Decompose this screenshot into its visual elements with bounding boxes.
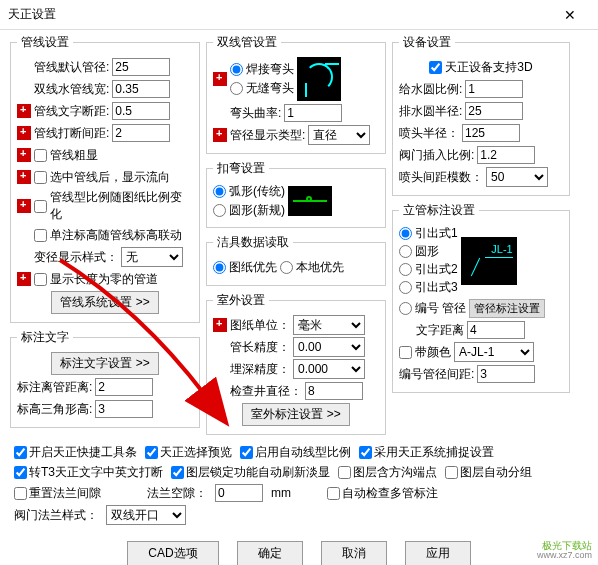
zero-len-checkbox[interactable] bbox=[34, 273, 47, 286]
well-dia-label: 检查井直径： bbox=[230, 383, 302, 400]
plus-icon[interactable] bbox=[17, 104, 31, 118]
text-break-input[interactable] bbox=[112, 102, 170, 120]
label-text-button[interactable]: 标注文字设置 >> bbox=[51, 352, 158, 375]
default-dia-input[interactable] bbox=[112, 58, 170, 76]
unit-select[interactable]: 毫米 bbox=[293, 315, 365, 335]
layer-autogrp-label: 图层自动分组 bbox=[460, 464, 532, 481]
water-ratio-input[interactable] bbox=[465, 80, 523, 98]
auto-check-checkbox[interactable] bbox=[327, 487, 340, 500]
spray-mod-select[interactable]: 50 bbox=[486, 167, 548, 187]
tri-h-label: 标高三角形高: bbox=[17, 401, 92, 418]
group-title: 洁具数据读取 bbox=[213, 234, 293, 251]
group-title: 室外设置 bbox=[213, 292, 269, 309]
arc-radio[interactable] bbox=[213, 185, 226, 198]
well-dia-input[interactable] bbox=[305, 382, 363, 400]
plus-icon[interactable] bbox=[213, 318, 227, 332]
auto-linescale-checkbox[interactable] bbox=[240, 446, 253, 459]
text-dist-input[interactable] bbox=[467, 321, 525, 339]
dbl-water-input[interactable] bbox=[112, 80, 170, 98]
mm-label: mm bbox=[271, 486, 291, 500]
num-dia-gap-label: 编号管径间距: bbox=[399, 366, 474, 383]
dia-disp-select[interactable]: 直径 bbox=[308, 125, 370, 145]
layer-lock-label: 图层锁定功能自动刷新淡显 bbox=[186, 464, 330, 481]
plus-icon[interactable] bbox=[17, 148, 31, 162]
local-first-label: 本地优先 bbox=[296, 259, 344, 276]
seamless-radio[interactable] bbox=[230, 82, 243, 95]
reset-flange-checkbox[interactable] bbox=[14, 487, 27, 500]
group-title: 设备设置 bbox=[399, 34, 455, 51]
layer-lock-checkbox[interactable] bbox=[171, 466, 184, 479]
curve-input[interactable] bbox=[284, 104, 342, 122]
lead2-radio[interactable] bbox=[399, 263, 412, 276]
plus-icon[interactable] bbox=[213, 128, 227, 142]
single-link-checkbox[interactable] bbox=[34, 229, 47, 242]
dia-label-button[interactable]: 管径标注设置 bbox=[469, 299, 545, 318]
lead1-label: 引出式1 bbox=[415, 225, 458, 242]
circ-radio[interactable] bbox=[399, 245, 412, 258]
len-prec-select[interactable]: 0.00 bbox=[293, 337, 365, 357]
quick-tool-label: 开启天正快捷工具条 bbox=[29, 444, 137, 461]
draw-first-radio[interactable] bbox=[213, 261, 226, 274]
drain-r-input[interactable] bbox=[465, 102, 523, 120]
plus-icon[interactable] bbox=[17, 126, 31, 140]
to-pipe-input[interactable] bbox=[95, 378, 153, 396]
num-dia-gap-input[interactable] bbox=[477, 365, 535, 383]
valve-ratio-input[interactable] bbox=[477, 146, 535, 164]
show-flow-checkbox[interactable] bbox=[34, 171, 47, 184]
plus-icon[interactable] bbox=[17, 272, 31, 286]
lead3-radio[interactable] bbox=[399, 281, 412, 294]
dbl-water-label: 双线水管线宽: bbox=[34, 81, 109, 98]
coarse-checkbox[interactable] bbox=[34, 149, 47, 162]
plus-icon[interactable] bbox=[17, 199, 31, 213]
watermark: 极光下载站 www.xz7.com bbox=[537, 540, 592, 561]
sys-snap-label: 采用天正系统捕捉设置 bbox=[374, 444, 494, 461]
auto-check-label: 自动检查多管标注 bbox=[342, 485, 438, 502]
cad-options-button[interactable]: CAD选项 bbox=[127, 541, 218, 565]
depth-prec-label: 埋深精度： bbox=[230, 361, 290, 378]
plus-icon[interactable] bbox=[213, 72, 227, 86]
default-dia-label: 管线默认管径: bbox=[34, 59, 109, 76]
sel-preview-checkbox[interactable] bbox=[145, 446, 158, 459]
plus-icon[interactable] bbox=[17, 170, 31, 184]
group-title: 标注文字 bbox=[17, 329, 73, 346]
apply-button[interactable]: 应用 bbox=[405, 541, 471, 565]
break-gap-input[interactable] bbox=[112, 124, 170, 142]
lead1-radio[interactable] bbox=[399, 227, 412, 240]
break-gap-label: 管线打断间距: bbox=[34, 125, 109, 142]
group-title: 扣弯设置 bbox=[213, 160, 269, 177]
support3d-checkbox[interactable] bbox=[429, 61, 442, 74]
draw-first-label: 图纸优先 bbox=[229, 259, 277, 276]
color-tag-select[interactable]: A-JL-1 bbox=[454, 342, 534, 362]
local-first-radio[interactable] bbox=[280, 261, 293, 274]
outdoor-button[interactable]: 室外标注设置 >> bbox=[242, 403, 349, 426]
zero-len-label: 显示长度为零的管道 bbox=[50, 271, 158, 288]
sys-snap-checkbox[interactable] bbox=[359, 446, 372, 459]
depth-prec-select[interactable]: 0.000 bbox=[293, 359, 365, 379]
ok-button[interactable]: 确定 bbox=[237, 541, 303, 565]
pipe-sys-button[interactable]: 管线系统设置 >> bbox=[51, 291, 158, 314]
coarse-label: 管线粗显 bbox=[50, 147, 98, 164]
tri-h-input[interactable] bbox=[95, 400, 153, 418]
t3-break-checkbox[interactable] bbox=[14, 466, 27, 479]
dia-style-select[interactable]: 无 bbox=[121, 247, 183, 267]
cancel-button[interactable]: 取消 bbox=[321, 541, 387, 565]
num-pipe-radio[interactable] bbox=[399, 302, 412, 315]
quick-tool-checkbox[interactable] bbox=[14, 446, 27, 459]
dia-style-label: 变径显示样式： bbox=[34, 249, 118, 266]
valve-flange-style-select[interactable]: 双线开口 bbox=[106, 505, 186, 525]
buckle-group: 扣弯设置 弧形(传统) 圆形(新规) bbox=[206, 160, 386, 228]
color-tag-checkbox[interactable] bbox=[399, 346, 412, 359]
ratio-change-checkbox[interactable] bbox=[34, 200, 47, 213]
curve-label: 弯头曲率: bbox=[230, 105, 281, 122]
spray-r-input[interactable] bbox=[462, 124, 520, 142]
weld-label: 焊接弯头 bbox=[246, 61, 294, 78]
layer-autogrp-checkbox[interactable] bbox=[445, 466, 458, 479]
circle-radio[interactable] bbox=[213, 204, 226, 217]
weld-radio[interactable] bbox=[230, 63, 243, 76]
close-icon[interactable]: ✕ bbox=[550, 7, 590, 23]
layer-endpt-checkbox[interactable] bbox=[338, 466, 351, 479]
flange-gap-label: 法兰空隙： bbox=[147, 485, 207, 502]
flange-gap-input[interactable] bbox=[215, 484, 263, 502]
text-break-label: 管线文字断距: bbox=[34, 103, 109, 120]
label-text-group: 标注文字 标注文字设置 >> 标注离管距离: 标高三角形高: bbox=[10, 329, 200, 428]
